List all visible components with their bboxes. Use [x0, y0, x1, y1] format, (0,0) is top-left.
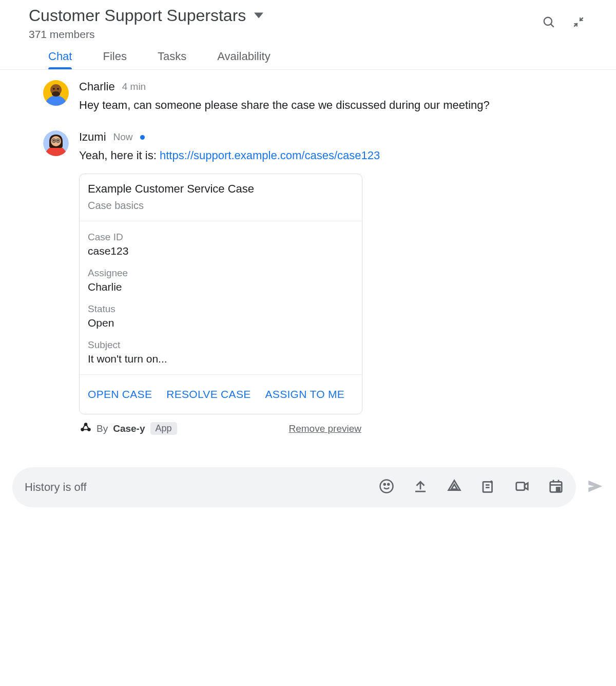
message: Charlie 4 min Hey team, can someone plea… [43, 80, 585, 114]
remove-preview-link[interactable]: Remove preview [289, 423, 362, 434]
card-footer-left: By Case-y App [80, 422, 177, 435]
message-author: Charlie [79, 80, 115, 93]
field-value: case123 [88, 245, 354, 257]
video-icon[interactable] [514, 479, 530, 496]
card-field: Case ID case123 [88, 232, 354, 257]
send-icon[interactable] [586, 478, 604, 497]
webhook-icon [80, 422, 91, 435]
room-title: Customer Support Superstars [29, 6, 246, 25]
field-value: It won't turn on... [88, 353, 354, 365]
field-label: Status [88, 303, 354, 315]
svg-point-0 [544, 17, 552, 25]
collapse-icon[interactable] [572, 15, 585, 31]
svg-point-19 [384, 484, 386, 485]
link-preview-card: Example Customer Service Case Case basic… [79, 174, 362, 414]
field-value: Charlie [88, 281, 354, 293]
unread-dot-icon [140, 135, 145, 140]
room-header: Customer Support Superstars 371 members [0, 0, 616, 41]
message-time: 4 min [122, 81, 146, 92]
composer-icons [379, 479, 564, 496]
svg-rect-29 [556, 488, 560, 491]
svg-point-5 [52, 91, 60, 97]
composer-wrap: History is off [0, 462, 616, 520]
composer-placeholder: History is off [25, 481, 379, 494]
tab-tasks[interactable]: Tasks [158, 50, 186, 69]
card-actions: OPEN CASE RESOLVE CASE ASSIGN TO ME [80, 374, 362, 414]
message-body: Charlie 4 min Hey team, can someone plea… [79, 80, 585, 114]
room-title-row[interactable]: Customer Support Superstars [29, 6, 542, 25]
tab-label: Tasks [158, 50, 186, 63]
tab-files[interactable]: Files [103, 50, 126, 69]
upload-icon[interactable] [413, 479, 428, 496]
field-label: Case ID [88, 232, 354, 243]
card-field: Status Open [88, 303, 354, 329]
card-header: Example Customer Service Case Case basic… [80, 174, 362, 221]
app-badge: App [150, 422, 177, 435]
field-label: Assignee [88, 268, 354, 279]
header-actions [542, 6, 585, 31]
field-label: Subject [88, 339, 354, 351]
calendar-icon[interactable] [548, 479, 564, 496]
assign-to-me-button[interactable]: ASSIGN TO ME [265, 388, 345, 401]
message: Izumi Now Yeah, here it is: https://supp… [43, 130, 585, 435]
tab-label: Chat [48, 50, 72, 63]
create-doc-icon[interactable] [480, 479, 496, 496]
message-text-prefix: Yeah, here it is: [79, 149, 160, 162]
message-header: Izumi Now [79, 130, 585, 144]
message-time: Now [113, 131, 133, 143]
app-name: Case-y [113, 423, 145, 434]
message-list: Charlie 4 min Hey team, can someone plea… [0, 70, 616, 462]
svg-rect-24 [516, 483, 525, 490]
svg-point-20 [388, 484, 389, 485]
field-value: Open [88, 317, 354, 329]
svg-point-13 [53, 140, 55, 142]
tab-chat[interactable]: Chat [48, 50, 72, 69]
card-field: Assignee Charlie [88, 268, 354, 293]
tab-availability[interactable]: Availability [217, 50, 271, 69]
open-case-button[interactable]: OPEN CASE [88, 388, 152, 401]
message-link[interactable]: https://support.example.com/cases/case12… [160, 149, 380, 162]
card-subtitle: Case basics [88, 200, 354, 212]
message-author: Izumi [79, 130, 106, 144]
message-text: Hey team, can someone please share the c… [79, 97, 585, 114]
svg-point-6 [53, 88, 54, 89]
avatar[interactable] [43, 80, 69, 106]
svg-point-18 [380, 480, 393, 493]
card-field: Subject It won't turn on... [88, 339, 354, 365]
message-composer[interactable]: History is off [12, 467, 576, 507]
tab-label: Files [103, 50, 126, 63]
message-text: Yeah, here it is: https://support.exampl… [79, 147, 585, 164]
message-header: Charlie 4 min [79, 80, 585, 93]
card-body: Case ID case123 Assignee Charlie Status … [80, 221, 362, 374]
drive-icon[interactable] [447, 479, 462, 496]
tab-label: Availability [217, 50, 271, 63]
tabs: Chat Files Tasks Availability [0, 41, 616, 70]
header-left: Customer Support Superstars 371 members [29, 6, 542, 41]
emoji-icon[interactable] [379, 479, 394, 496]
svg-line-1 [551, 24, 554, 27]
message-body: Izumi Now Yeah, here it is: https://supp… [79, 130, 585, 435]
avatar[interactable] [43, 130, 69, 156]
card-title: Example Customer Service Case [88, 182, 354, 196]
resolve-case-button[interactable]: RESOLVE CASE [166, 388, 251, 401]
chevron-down-icon[interactable] [254, 12, 263, 20]
members-count: 371 members [29, 28, 542, 41]
card-footer: By Case-y App Remove preview [79, 422, 362, 435]
svg-point-14 [57, 140, 59, 142]
search-icon[interactable] [542, 15, 555, 31]
by-prefix: By [97, 423, 108, 434]
svg-point-7 [57, 88, 59, 89]
